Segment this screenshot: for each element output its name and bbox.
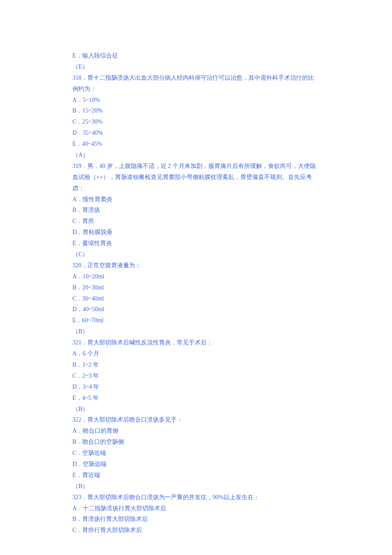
text-line: B．1~2 年 xyxy=(72,359,320,370)
text-line: （E） xyxy=(72,61,320,72)
text-line: A．十二指肠溃疡行胃大部切除术后 xyxy=(72,503,320,514)
text-line: D．空肠远端 xyxy=(72,459,320,470)
document-page: E．输入段综合征（E）318．胃十二指肠溃疡大出血大部分病人经内科保守治疗可以治… xyxy=(0,0,392,555)
text-line: 319．男，40 岁，上腹隐痛不适，近 2 个月来加剧，服胃痛片后有所缓解，食欲… xyxy=(72,161,320,194)
text-line: A．5~10% xyxy=(72,95,320,106)
text-line: A．10~20ml xyxy=(72,271,320,282)
text-line: E．输入段综合征 xyxy=(72,50,320,61)
text-line: D．35~40% xyxy=(72,127,320,139)
text-line: B．20~30ml xyxy=(72,282,320,293)
text-line: B．吻合口的空肠侧 xyxy=(72,436,320,448)
text-line: D．40~50ml xyxy=(72,304,320,315)
text-line: A．吻合口的胃侧 xyxy=(72,425,320,436)
text-line: D．3~4 年 xyxy=(72,382,320,393)
text-line: 320．正常空腹胃液量为： xyxy=(72,260,320,271)
text-line: E．60~70ml xyxy=(72,315,320,326)
text-line: （B） xyxy=(72,404,320,415)
text-line: E．4~5 年 xyxy=(72,393,320,404)
text-line: （A） xyxy=(72,150,320,161)
text-line: A．6 个月 xyxy=(72,348,320,359)
text-line: 322．胃大部切除术后吻合口溃疡多见于： xyxy=(72,414,320,425)
text-line: C．胃癌行胃大部切除术后 xyxy=(72,525,320,536)
text-line: C．空肠近端 xyxy=(72,448,320,459)
text-line: E．萎缩性胃炎 xyxy=(72,238,320,249)
text-line: C．25~30% xyxy=(72,116,320,127)
text-line: E．40~45% xyxy=(72,139,320,150)
text-line: C．2~3 年 xyxy=(72,370,320,382)
text-line: （C） xyxy=(72,249,320,260)
text-line: D．胃粘膜脱垂 xyxy=(72,227,320,238)
text-line: 318．胃十二指肠溃疡大出血大部分病人经内科保守治疗可以治愈，其中需外科手术治疗… xyxy=(72,72,320,95)
text-line: E．胃近端 xyxy=(72,470,320,481)
text-line: A．慢性胃窦炎 xyxy=(72,194,320,205)
text-line: 321．胃大部切除术后碱性反流性胃炎，常见于术后： xyxy=(72,337,320,348)
text-line: C．胃癌 xyxy=(72,216,320,227)
text-line: B．15~20% xyxy=(72,105,320,116)
text-line: （B） xyxy=(72,326,320,337)
text-line: B．胃溃疡 xyxy=(72,205,320,216)
text-line: 323．胃大部切除术后吻合口溃疡为一严重的并发症，90%以上发生在： xyxy=(72,492,320,503)
text-line: C．30~40ml xyxy=(72,293,320,304)
text-line: （B） xyxy=(72,481,320,492)
text-line: B．胃溃疡行胃大部切除术后 xyxy=(72,514,320,525)
